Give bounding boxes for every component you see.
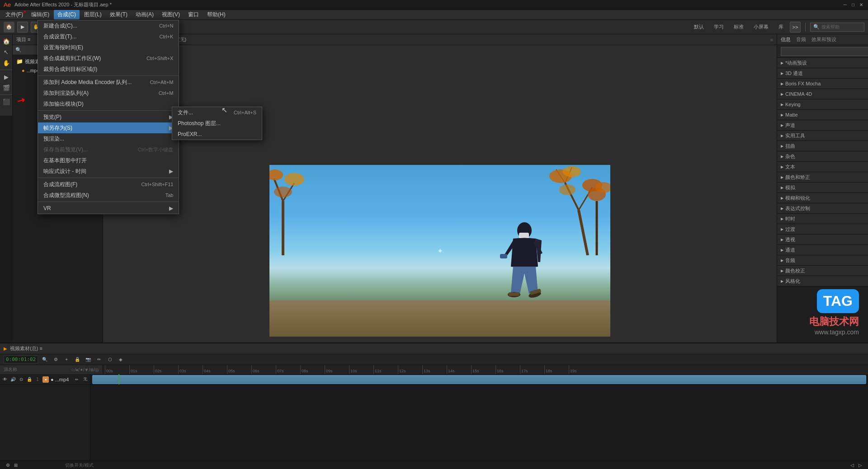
effect-group-simulation-header[interactable]: ▶ 模拟 bbox=[777, 183, 868, 192]
minimize-button[interactable]: ─ bbox=[842, 2, 848, 8]
close-button[interactable]: ✕ bbox=[858, 2, 864, 8]
menu-add-encoder[interactable]: 添加到 Adobe Media Encoder 队列... Ctrl+Alt+M bbox=[38, 77, 179, 88]
tl-toggle-btn[interactable]: ◈ bbox=[117, 356, 125, 364]
menu-save-frame[interactable]: 帧另存为(S) ▶ bbox=[38, 122, 179, 133]
tl-lock-btn[interactable]: 🔒 bbox=[73, 356, 81, 364]
menu-edit[interactable]: 编辑(E) bbox=[28, 10, 53, 19]
menu-flowchart[interactable]: 合成流程图(F) Ctrl+Shift+F11 bbox=[38, 179, 179, 190]
ruler-mark-08: 08s bbox=[300, 365, 325, 374]
menu-pre-render[interactable]: 预渲染... bbox=[38, 133, 179, 144]
comp-icon-tool[interactable]: ⬛ bbox=[1, 97, 11, 107]
layer-1-lock-btn[interactable]: 🔒 bbox=[26, 376, 33, 383]
play-tool-button[interactable]: ▶ bbox=[17, 22, 28, 33]
workspace-standard[interactable]: 标准 bbox=[730, 23, 747, 31]
effect-group-text-header[interactable]: ▶ 文本 bbox=[777, 162, 868, 172]
maximize-button[interactable]: □ bbox=[850, 2, 856, 8]
menu-composition[interactable]: 合成(C) bbox=[54, 10, 80, 19]
menu-effects[interactable]: 效果(T) bbox=[106, 10, 131, 19]
effect-group-color-adj: ▶ 颜色和矫正 bbox=[777, 172, 868, 183]
status-btn2[interactable]: ⊞ bbox=[12, 461, 20, 469]
render-icon[interactable]: 🎬 bbox=[1, 83, 11, 93]
tl-solo-btn[interactable]: ⬡ bbox=[106, 356, 114, 364]
menu-view[interactable]: 视图(V) bbox=[158, 10, 184, 19]
effect-group-cinema-header[interactable]: ▶ CINEMA 4D bbox=[777, 89, 868, 99]
menu-crop-comp[interactable]: 裁剪合成到目标区域(I) bbox=[38, 64, 179, 75]
effect-group-noise-header[interactable]: ▶ 杂色 bbox=[777, 151, 868, 161]
tl-search-btn[interactable]: 🔍 bbox=[41, 356, 49, 364]
effect-group-matte-header[interactable]: ▶ Matte bbox=[777, 110, 868, 120]
window-controls[interactable]: ─ □ ✕ bbox=[842, 2, 864, 8]
save-frame-submenu[interactable]: 文件... Ctrl+Alt+S Photoshop 图层... ProEXR.… bbox=[172, 107, 262, 140]
submenu-file[interactable]: 文件... Ctrl+Alt+S bbox=[172, 107, 262, 118]
workspace-small[interactable]: 小屏幕 bbox=[750, 23, 772, 31]
tl-pencil-btn[interactable]: ✏ bbox=[95, 356, 103, 364]
effect-group-perspective-header[interactable]: ▶ 透视 bbox=[777, 234, 868, 244]
comp-panel-menu[interactable]: ≡ bbox=[770, 37, 773, 42]
tab-audio[interactable]: 音频 bbox=[796, 36, 806, 43]
layer-1-eye-btn[interactable]: 👁 bbox=[2, 376, 8, 383]
effect-group-stylize-header[interactable]: ▶ 模糊和锐化 bbox=[777, 193, 868, 203]
effect-group-simulation: ▶ 模拟 bbox=[777, 183, 868, 193]
submenu-photoshop[interactable]: Photoshop 图层... bbox=[172, 118, 262, 129]
layer-1-audio-btn[interactable]: 🔊 bbox=[10, 376, 16, 383]
effect-group-tools-header[interactable]: ▶ 实用工具 bbox=[777, 131, 868, 141]
menu-window[interactable]: 窗口 bbox=[184, 10, 203, 19]
effect-group-animation-header[interactable]: ▶ *动画预设 bbox=[777, 58, 868, 68]
effect-group-vocal-header[interactable]: ▶ 声道 bbox=[777, 120, 868, 130]
layer-1-solo-btn[interactable]: ⊙ bbox=[18, 376, 24, 383]
timeline-current-time[interactable]: 0:00:01:02 bbox=[4, 356, 38, 363]
effect-group-transition-header[interactable]: ▶ 过渡 bbox=[777, 224, 868, 234]
effect-group-stylize2-header[interactable]: ▶ 风格化 bbox=[777, 276, 868, 286]
menu-new-comp[interactable]: 新建合成(C)... Ctrl+N bbox=[38, 20, 179, 31]
workspace-default[interactable]: 默认 bbox=[690, 23, 708, 31]
menu-help[interactable]: 帮助(H) bbox=[203, 10, 229, 19]
layer-1-mode-btn[interactable]: ✏ bbox=[74, 376, 80, 383]
effect-group-boris-header[interactable]: ▶ Boris FX Mocha bbox=[777, 79, 868, 89]
menu-animation[interactable]: 动画(A) bbox=[132, 10, 157, 19]
menu-preview[interactable]: 预览(P) ▶ bbox=[38, 112, 179, 122]
menu-responsive[interactable]: 响应式设计 - 时间 ▶ bbox=[38, 166, 179, 177]
effect-group-keying-header[interactable]: ▶ Keying bbox=[777, 99, 868, 109]
preview-icon[interactable]: ▶ bbox=[1, 72, 11, 82]
menu-save-preview[interactable]: 保存当前预览(V)... Ctrl+数字小键盘 bbox=[38, 144, 179, 155]
layer-1-none-btn[interactable]: 无 bbox=[82, 376, 88, 383]
menu-mini-flowchart[interactable]: 合成微型流程图(N) Tab bbox=[38, 190, 179, 201]
submenu-proexr[interactable]: ProEXR... bbox=[172, 129, 262, 140]
home-tool-button[interactable]: 🏠 bbox=[4, 22, 14, 33]
menu-vr[interactable]: VR ▶ bbox=[38, 203, 179, 214]
tab-info[interactable]: 信息 bbox=[781, 36, 791, 43]
status-settings-btn[interactable]: ⚙ bbox=[4, 461, 12, 469]
effect-group-distort-header[interactable]: ▶ 扭曲 bbox=[777, 141, 868, 151]
menu-comp-settings[interactable]: 合成设置(T)... Ctrl+K bbox=[38, 31, 179, 42]
tab-effects[interactable]: 效果和预设 bbox=[811, 36, 836, 43]
status-right-btn[interactable]: ◁ bbox=[848, 461, 856, 469]
timeline-clip-1[interactable] bbox=[92, 375, 866, 384]
effect-group-sound-header[interactable]: ▶ 音频 bbox=[777, 255, 868, 265]
effect-group-expression-header[interactable]: ▶ 表达式控制 bbox=[777, 203, 868, 213]
tl-add-btn[interactable]: + bbox=[62, 356, 71, 364]
menu-add-output[interactable]: 添加输出模块(D) bbox=[38, 98, 179, 109]
menu-trim-comp[interactable]: 将合成裁剪到工作区(W) Ctrl+Shift+X bbox=[38, 53, 179, 64]
move-icon[interactable]: ✋ bbox=[1, 58, 11, 68]
status-right-btn2[interactable]: ▷ bbox=[856, 461, 864, 469]
menu-file[interactable]: 文件(F) bbox=[2, 10, 27, 19]
workspace-learn[interactable]: 学习 bbox=[710, 23, 727, 31]
home-icon[interactable]: 🏠 bbox=[1, 36, 11, 46]
menu-open-basic[interactable]: 在基本图形中打开 bbox=[38, 155, 179, 166]
menu-add-queue[interactable]: 添加到渲染队列(A) Ctrl+M bbox=[38, 88, 179, 98]
composition-dropdown-menu[interactable]: 新建合成(C)... Ctrl+N 合成设置(T)... Ctrl+K 设置海报… bbox=[38, 20, 179, 214]
effects-search-input[interactable] bbox=[781, 47, 868, 56]
more-workspaces-button[interactable]: >> bbox=[790, 22, 801, 33]
tl-settings-btn[interactable]: ⚙ bbox=[52, 356, 60, 364]
workspace-library[interactable]: 库 bbox=[775, 23, 787, 31]
menu-layer[interactable]: 图层(L) bbox=[80, 10, 105, 19]
effect-group-color-adj-header[interactable]: ▶ 颜色和矫正 bbox=[777, 172, 868, 182]
effect-group-3d-header[interactable]: ▶ 3D 通道 bbox=[777, 68, 868, 78]
selection-icon[interactable]: ↖ bbox=[1, 47, 11, 57]
effect-group-time-header[interactable]: ▶ 时时 bbox=[777, 214, 868, 224]
menu-set-poster[interactable]: 设置海报时间(E) bbox=[38, 42, 179, 53]
search-label[interactable]: 搜索帮助 bbox=[821, 24, 840, 30]
tl-camera-btn[interactable]: 📷 bbox=[84, 356, 92, 364]
effect-group-channel-header[interactable]: ▶ 通道 bbox=[777, 245, 868, 255]
effect-group-color-correction-header[interactable]: ▶ 颜色校正 bbox=[777, 266, 868, 276]
